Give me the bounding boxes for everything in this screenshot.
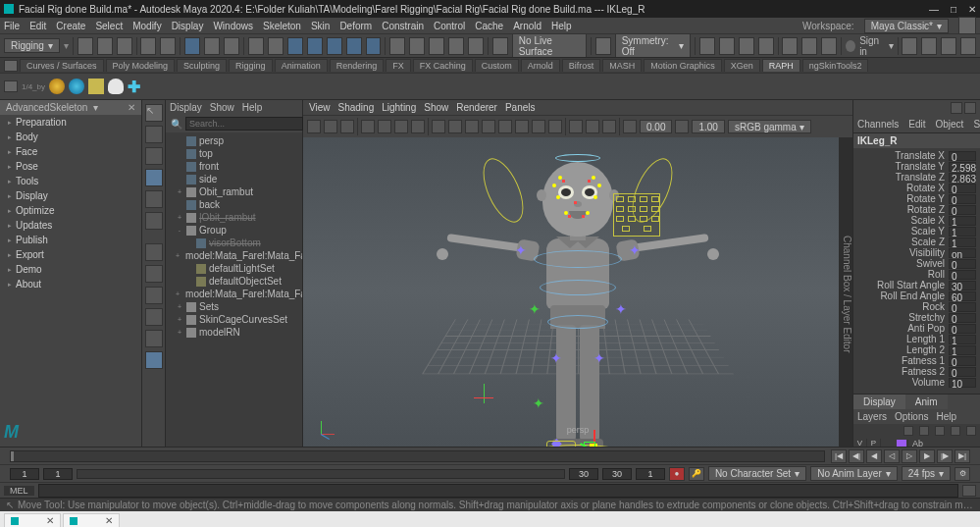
mask-icon[interactable] (307, 37, 323, 55)
lay-menu-help[interactable]: Help (936, 411, 956, 422)
channel-attr-row[interactable]: Rotate X0 (855, 183, 978, 193)
expand-icon[interactable]: + (176, 303, 183, 310)
shelf-tab-fxcache[interactable]: FX Caching (413, 59, 473, 72)
close-button[interactable]: ✕ (968, 4, 976, 15)
vp-gamma-value[interactable]: 1.00 (692, 120, 724, 133)
sidebar-item-about[interactable]: About (0, 277, 141, 291)
vp-exposure-icon[interactable] (623, 120, 637, 133)
skull-icon[interactable] (108, 79, 124, 94)
expand-icon[interactable]: + (176, 214, 183, 221)
play-back-icon[interactable]: ◁ (884, 449, 900, 463)
channel-attr-row[interactable]: Translate X0 (855, 150, 978, 161)
layer-icon[interactable] (903, 426, 913, 436)
layout-outliner-icon[interactable] (145, 287, 163, 304)
channel-attr-row[interactable]: Translate Z2.863 (855, 172, 978, 183)
sel-mode-uv-icon[interactable] (224, 37, 239, 55)
layer-icon[interactable] (966, 426, 976, 436)
outliner-item[interactable]: +Sets (168, 300, 300, 313)
shelf-tab-bifrost[interactable]: Bifrost (562, 59, 601, 72)
snap-plane-icon[interactable] (448, 37, 464, 55)
menu-skin[interactable]: Skin (311, 21, 330, 31)
prefs-icon[interactable]: ⚙ (954, 467, 970, 481)
charset-selector[interactable]: No Character Set▾ (708, 466, 806, 481)
mask-icon[interactable] (327, 37, 342, 55)
vp-film-gate-icon[interactable] (378, 120, 391, 133)
current-time-input[interactable] (636, 468, 665, 480)
layer-color-swatch[interactable] (895, 440, 908, 448)
vp-menu-lighting[interactable]: Lighting (382, 102, 416, 113)
vp-shadow-icon[interactable] (498, 120, 512, 133)
channel-attr-row[interactable]: Scale Y1 (855, 226, 978, 237)
fps-selector[interactable]: 24 fps▾ (902, 466, 951, 481)
outliner-item[interactable]: +Obit_rambut (168, 185, 300, 198)
ui-el-icon[interactable] (960, 37, 976, 55)
snap-curve-icon[interactable] (409, 37, 425, 55)
select-tool-icon[interactable]: ↖ (145, 104, 163, 122)
shelf-tab-ngskin[interactable]: ngSkinTools2 (802, 59, 869, 72)
undo-icon[interactable] (140, 37, 156, 55)
attr-value-field[interactable]: 0 (949, 205, 976, 215)
range-end-input[interactable] (602, 468, 632, 480)
channel-attr-row[interactable]: Scale X1 (855, 215, 978, 226)
vp-menu-show[interactable]: Show (424, 102, 448, 113)
menu-deform[interactable]: Deform (339, 21, 372, 31)
attr-value-field[interactable]: 0 (949, 194, 976, 204)
sidebar-item-pose[interactable]: Pose (0, 159, 141, 174)
out-menu-help[interactable]: Help (242, 102, 263, 113)
shelf-tab-curves[interactable]: Curves / Surfaces (20, 59, 104, 72)
shelf-tab-mograph[interactable]: Motion Graphics (644, 59, 722, 72)
outliner-item[interactable]: -Group (168, 224, 300, 237)
vp-motion-icon[interactable] (532, 120, 545, 133)
outliner-item[interactable]: +modelRN (168, 326, 300, 339)
script-language-label[interactable]: MEL (4, 486, 34, 496)
channel-attr-row[interactable]: Length 11 (855, 334, 978, 344)
live-surface-icon[interactable] (492, 37, 508, 55)
cg-icon[interactable] (719, 37, 735, 55)
menu-create[interactable]: Create (56, 21, 85, 31)
attr-value-field[interactable]: 0 (949, 259, 976, 269)
bottom-tab[interactable]: ✕ (4, 513, 61, 527)
layer-icon[interactable] (919, 426, 929, 436)
menu-select[interactable]: Select (95, 21, 123, 31)
redo-icon[interactable] (160, 37, 176, 55)
cg-icon[interactable] (699, 37, 715, 55)
attr-value-field[interactable]: 2.598 (949, 162, 976, 172)
shelf-tab-anim[interactable]: Animation (275, 59, 328, 72)
shelf-menu-icon[interactable] (4, 60, 18, 72)
attr-value-field[interactable]: 0 (949, 367, 976, 377)
outliner-item[interactable]: defaultObjectSet (168, 275, 300, 288)
circle-cyan-icon[interactable] (69, 79, 84, 94)
attr-value-field[interactable]: 1 (949, 216, 976, 226)
close-icon[interactable]: ✕ (46, 515, 54, 526)
cb-tab-channels[interactable]: Channels (855, 118, 901, 131)
mask-icon[interactable] (287, 37, 303, 55)
layout-persp-icon[interactable] (145, 308, 163, 326)
step-fwd-icon[interactable]: ▶ (919, 449, 935, 463)
channel-box-tab-strip[interactable]: Channel Box / Layer Editor (839, 137, 852, 447)
viewport-3d[interactable]: Channel Box / Layer Editor (303, 137, 852, 447)
vp-ao-icon[interactable] (515, 120, 529, 133)
outliner-tree[interactable]: persptopfrontside+Obit_rambutback+|Obit_… (166, 132, 302, 447)
range-slider[interactable]: ● 🔑 No Character Set▾ No Anim Layer▾ 24 … (0, 464, 980, 482)
new-scene-icon[interactable] (77, 37, 93, 55)
expand-icon[interactable]: + (176, 329, 183, 336)
step-back-icon[interactable]: ◀ (866, 449, 882, 463)
vp-camera-icon[interactable] (307, 120, 321, 133)
mask-icon[interactable] (268, 37, 284, 55)
expand-icon[interactable]: + (176, 188, 183, 195)
attr-value-field[interactable]: 10 (949, 378, 976, 388)
lasso-tool-icon[interactable] (145, 126, 163, 143)
menu-constrain[interactable]: Constrain (382, 21, 424, 31)
time-slider[interactable]: |◀ ◀| ◀ ◁ ▷ ▶ |▶ ▶| (0, 447, 980, 464)
vp-image-plane-icon[interactable] (340, 120, 354, 133)
vp-menu-renderer[interactable]: Renderer (456, 102, 497, 113)
attr-value-field[interactable]: 30 (949, 281, 976, 290)
expand-icon[interactable]: + (176, 252, 180, 259)
outliner-search-input[interactable] (185, 117, 303, 131)
expand-icon[interactable]: + (176, 290, 180, 297)
module-selector[interactable]: Rigging▾ (4, 38, 60, 53)
shelf-tab-rigging[interactable]: Rigging (229, 59, 273, 72)
outliner-item[interactable]: +|Obit_rambut (168, 211, 300, 224)
paint-select-icon[interactable] (145, 147, 163, 165)
channel-attr-row[interactable]: Stretchy0 (855, 312, 978, 323)
